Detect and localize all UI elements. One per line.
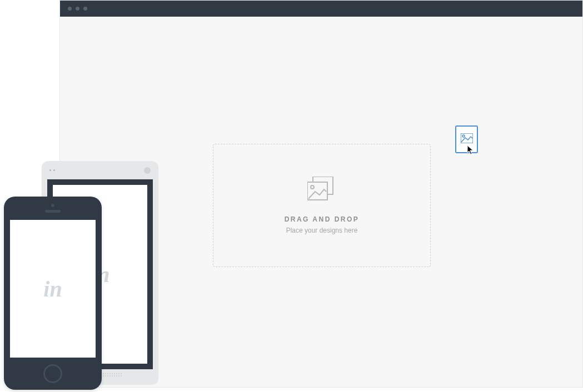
image-stack-icon	[307, 177, 336, 203]
phone-earpiece-icon	[45, 210, 61, 213]
svg-rect-3	[461, 133, 473, 143]
svg-point-4	[462, 135, 465, 137]
image-file-icon	[461, 133, 473, 145]
traffic-light-maximize-icon[interactable]	[83, 7, 87, 11]
traffic-light-close-icon[interactable]	[68, 7, 72, 11]
phone-top-bar	[42, 161, 158, 179]
invision-logo-icon: in	[43, 276, 62, 302]
traffic-light-minimize-icon[interactable]	[76, 7, 79, 11]
cursor-arrow-icon	[467, 145, 475, 157]
drop-zone[interactable]: DRAG AND DROP Place your designs here	[213, 144, 431, 267]
browser-titlebar	[60, 1, 582, 17]
phone-camera-icon	[144, 167, 151, 174]
device-mockup-iphone: in	[4, 197, 102, 390]
drop-zone-subtitle: Place your designs here	[286, 227, 358, 234]
home-button-icon	[43, 364, 62, 383]
phone-sensor-dots-icon	[49, 169, 55, 171]
dragging-file-thumbnail[interactable]	[455, 125, 478, 153]
phone-screen: in	[10, 220, 96, 358]
phone-sensor-icon	[51, 204, 54, 207]
phone-top-bar	[4, 197, 102, 220]
drop-zone-title: DRAG AND DROP	[285, 215, 360, 223]
